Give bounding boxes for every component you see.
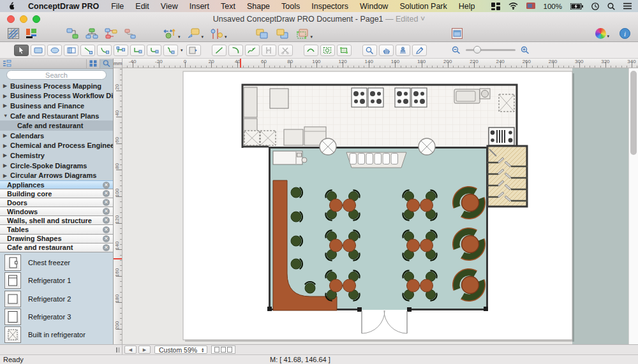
pane-splitter-handle[interactable]: [114, 345, 122, 354]
rounded-connector-tool-button[interactable]: [147, 45, 161, 56]
category-cafe-and-restaurant-plans[interactable]: ▼Cafe and Restaurant Plans: [0, 111, 113, 121]
library-tables[interactable]: Tables×: [0, 225, 113, 234]
select-area-tool-button[interactable]: [320, 45, 335, 56]
category-circle-spoke-diagrams[interactable]: ▶Circle-Spoke Diagrams: [0, 161, 113, 171]
page-setup-button[interactable]: [452, 28, 463, 39]
distribute-button[interactable]: ▾: [210, 28, 227, 40]
tree-diagram-button[interactable]: [85, 28, 98, 40]
tree-connector-tool-button[interactable]: [114, 45, 128, 56]
colors-button[interactable]: ▾: [595, 28, 609, 39]
close-library-icon[interactable]: ×: [103, 199, 110, 206]
apple-menu-icon[interactable]: [8, 1, 15, 11]
kitchen-grill-unit[interactable]: [489, 127, 514, 145]
wifi-icon[interactable]: [508, 3, 518, 10]
close-library-icon[interactable]: ×: [103, 182, 110, 189]
pan-hand-tool-button[interactable]: [379, 45, 394, 56]
direct-connector-tool-button[interactable]: [80, 45, 95, 56]
zoom-level-select[interactable]: Custom 59% ▲▼: [154, 346, 207, 354]
chain-diagram-button[interactable]: [66, 28, 79, 40]
search-view-button[interactable]: [100, 59, 113, 68]
shape-built-in-refrigerator[interactable]: Built in refrigerator: [0, 326, 113, 344]
page-layout-button[interactable]: [26, 28, 37, 39]
menu-help[interactable]: Help: [453, 2, 481, 11]
group-shapes-button[interactable]: ▾: [296, 28, 313, 40]
close-library-icon[interactable]: ×: [103, 235, 110, 242]
disclosure-triangle-icon[interactable]: ▶: [3, 163, 10, 168]
category-chemical-and-process-engineering[interactable]: ▶Chemical and Process Engineering: [0, 141, 113, 151]
category-circular-arrows-diagrams[interactable]: ▶Circular Arrows Diagrams: [0, 170, 113, 180]
zoom-slider-track[interactable]: [466, 49, 516, 51]
disclosure-triangle-icon[interactable]: ▶: [3, 152, 10, 158]
shape-actions-button[interactable]: ▾: [187, 28, 204, 40]
auto-routing-button[interactable]: [124, 28, 137, 40]
refrigerator-2-icon[interactable]: [4, 291, 21, 307]
arc-connector-tool-button[interactable]: [97, 45, 112, 56]
refrigerator-1-icon[interactable]: [4, 272, 21, 289]
category-cafe-and-restaurant[interactable]: Cafe and restaurant: [0, 120, 113, 131]
arc-tool-button[interactable]: [228, 45, 243, 56]
split-connector-tool-button[interactable]: [262, 45, 276, 56]
icon-view-button[interactable]: [86, 59, 100, 68]
library-drawing-shapes[interactable]: Drawing Shapes×: [0, 235, 113, 244]
resize-behavior-button[interactable]: ▾: [163, 28, 181, 40]
close-library-icon[interactable]: ×: [103, 190, 110, 197]
connector-dropdown-caret-icon[interactable]: ▾: [181, 48, 183, 53]
chest-freezer-icon[interactable]: [4, 254, 21, 271]
send-to-back-button[interactable]: [276, 28, 290, 40]
shape-refrigerator-2[interactable]: Refrigerator 2: [0, 290, 113, 308]
disclosure-triangle-icon[interactable]: ▶: [3, 103, 10, 108]
zoom-stepper-icon[interactable]: ▲▼: [201, 347, 204, 353]
menu-tools[interactable]: Tools: [276, 2, 306, 11]
menu-solution-park[interactable]: Solution Park: [394, 2, 452, 11]
menu-app-name[interactable]: ConceptDraw PRO: [22, 2, 105, 11]
shape-refrigerator-3[interactable]: Refrigerator 3: [0, 308, 113, 326]
library-appliances[interactable]: Appliances×: [0, 180, 113, 189]
library-walls-shell-and-structure[interactable]: Walls, shell and structure×: [0, 216, 113, 225]
library-cafe-and-restaurant[interactable]: Cafe and restaurant×: [0, 244, 113, 252]
document-viewport[interactable]: [122, 68, 628, 344]
spotlight-search-icon[interactable]: [607, 3, 615, 10]
eyedropper-tool-button[interactable]: [412, 45, 427, 56]
spline-tool-button[interactable]: [245, 45, 260, 56]
close-library-icon[interactable]: ×: [103, 244, 110, 251]
battery-charging-icon[interactable]: [570, 3, 583, 10]
menu-inspectors[interactable]: Inspectors: [306, 2, 354, 11]
buffet-bar[interactable]: [346, 152, 406, 168]
category-business-and-finance[interactable]: ▶Business and Finance: [0, 101, 113, 111]
connect-shapes-button[interactable]: [105, 28, 117, 40]
zoom-slider-thumb[interactable]: [473, 46, 481, 54]
vertical-scrollbar-thumb[interactable]: [630, 71, 637, 155]
clock-icon[interactable]: [591, 3, 599, 10]
library-panel-button[interactable]: [8, 28, 19, 39]
built-in-refrigerator-icon[interactable]: [4, 326, 21, 343]
close-library-icon[interactable]: ×: [103, 217, 110, 224]
menu-text[interactable]: Text: [215, 2, 241, 11]
shape-refrigerator-1[interactable]: Refrigerator 1: [0, 272, 113, 289]
menu-file[interactable]: File: [105, 2, 130, 11]
reshape-tool-button[interactable]: [304, 45, 318, 56]
kitchen-cabinet-tall[interactable]: [244, 87, 257, 117]
refrigerator-3-icon[interactable]: [4, 309, 21, 325]
smart-connector-tool-button[interactable]: [163, 45, 178, 56]
cash-counter[interactable]: [273, 151, 307, 164]
menu-edit[interactable]: Edit: [130, 2, 155, 11]
inspector-button[interactable]: i: [619, 28, 630, 39]
disclosure-triangle-icon[interactable]: ▶: [3, 133, 10, 138]
menu-view[interactable]: View: [155, 2, 184, 11]
orthogonal-connector-tool-button[interactable]: [130, 45, 145, 56]
menu-window[interactable]: Window: [354, 2, 394, 11]
line-tool-button[interactable]: [212, 45, 226, 56]
bring-to-front-button[interactable]: [255, 28, 269, 40]
category-chemistry[interactable]: ▶Chemistry: [0, 150, 113, 161]
shape-chest-freezer[interactable]: Chest freezer: [0, 254, 113, 272]
kitchen-cabinets-bottom[interactable]: [284, 127, 326, 145]
close-library-icon[interactable]: ×: [103, 226, 110, 233]
scissors-tool-button[interactable]: [278, 45, 293, 56]
magnifier-tool-button[interactable]: [362, 45, 377, 56]
vertical-scrollbar[interactable]: [628, 68, 638, 344]
next-page-button[interactable]: ▶: [138, 346, 151, 354]
category-business-process-mapping[interactable]: ▶Business Process Mapping: [0, 81, 113, 91]
pointer-tool-button[interactable]: [14, 45, 29, 56]
close-library-icon[interactable]: ×: [103, 208, 110, 215]
app-grid-icon[interactable]: [491, 3, 500, 10]
